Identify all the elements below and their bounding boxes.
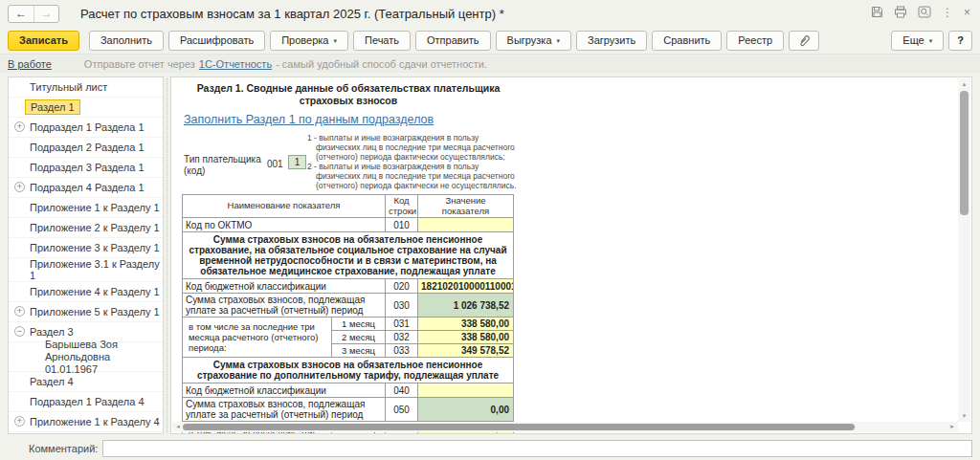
section-title: Раздел 1. Сводные данные об обязательств… — [182, 82, 515, 107]
scroll-down-icon[interactable]: ▼ — [958, 413, 970, 419]
chevron-down-icon: ▾ — [333, 36, 337, 45]
section2-header: Сумма страховых взносов на обязательное … — [183, 358, 514, 383]
tree-item-app2-s1[interactable]: Приложение 2 к Разделу 1 — [9, 218, 163, 238]
comment-label: Комментарий: — [29, 443, 98, 454]
vertical-scroll-thumb[interactable] — [960, 91, 969, 215]
fill-section1-link[interactable]: Заполнить Раздел 1 по данным подразделов — [184, 113, 434, 126]
table-row: Код бюджетной классификации 040 — [183, 383, 514, 398]
month2-value-field[interactable]: 338 580,00 — [418, 331, 514, 344]
tree-item-sub2-s1[interactable]: Подраздел 2 Раздела 1 — [9, 138, 163, 158]
collapse-icon[interactable]: − — [14, 326, 25, 337]
panel-splitter[interactable] — [164, 77, 170, 434]
tree-item-section4[interactable]: Раздел 4 — [9, 372, 163, 392]
section1-table: Наименование показателя Код строки Значе… — [182, 194, 514, 434]
status-message-before: Отправьте отчет через — [84, 58, 195, 70]
horizontal-scrollbar[interactable]: ◄ ► — [172, 422, 958, 432]
col-header-name: Наименование показателя — [183, 195, 386, 218]
tree-item-section1[interactable]: Раздел 1 — [9, 98, 163, 118]
month3-code: 033 — [386, 344, 418, 358]
tree-item-app1-s1[interactable]: Приложение 1 к Разделу 1 — [9, 198, 163, 218]
col-header-code: Код строки — [386, 195, 418, 218]
tree-item-title-page[interactable]: Титульный лист — [9, 77, 163, 98]
payer-note-2: 2 - выплаты и иные вознаграждения в поль… — [307, 162, 518, 190]
tree-item-sub4-s1[interactable]: +Подраздел 4 Раздела 1 — [9, 178, 163, 198]
save-button[interactable]: Записать — [8, 31, 79, 51]
print-icon[interactable] — [894, 6, 907, 18]
expand-icon[interactable]: + — [14, 121, 25, 132]
attachment-button[interactable] — [789, 31, 819, 51]
report-state-link[interactable]: В работе — [8, 58, 52, 70]
col-header-value: Значение показателя — [418, 195, 514, 218]
horizontal-scroll-thumb[interactable] — [183, 424, 855, 430]
forward-button[interactable]: → — [33, 6, 58, 22]
tree-item-app3-s1[interactable]: Приложение 3 к Разделу 1 — [9, 238, 163, 258]
month3-value-field[interactable]: 349 578,52 — [418, 344, 514, 358]
load-button[interactable]: Загрузить — [576, 31, 647, 51]
total1-value-field[interactable]: 1 026 738,52 — [418, 294, 514, 318]
expand-icon[interactable]: + — [14, 416, 25, 427]
table-row: Код по ОКТМО 010 — [183, 218, 514, 232]
oktmo-value-field[interactable] — [418, 218, 514, 232]
tree-item-sub1-s4[interactable]: Подраздел 1 Раздела 4 — [9, 392, 163, 412]
tree-item-app3-1-s1[interactable]: Приложение 3.1 к Разделу 1 — [9, 258, 163, 282]
month1-code: 031 — [386, 318, 418, 331]
preview-icon[interactable] — [918, 6, 931, 18]
paperclip-icon — [798, 34, 810, 47]
comment-input[interactable] — [102, 440, 972, 457]
tree-item-app5-s1[interactable]: +Приложение 5 к Разделу 1 — [9, 302, 163, 322]
payer-type-label: Тип плательщика (код) — [184, 154, 266, 177]
month2-label: 2 месяц — [332, 331, 386, 344]
table-section-row: Сумма страховых взносов на обязательное … — [183, 232, 514, 279]
vertical-scrollbar[interactable]: ▲ ▼ — [958, 78, 970, 422]
tree-item-sub3-s1[interactable]: Подраздел 3 Раздела 1 — [9, 158, 163, 178]
check-button[interactable]: Проверка▾ — [270, 31, 348, 51]
status-bar: В работе Отправьте отчет через 1С-Отчетн… — [0, 54, 980, 73]
scroll-up-icon[interactable]: ▲ — [958, 81, 970, 87]
expand-icon[interactable]: + — [14, 182, 25, 192]
send-button[interactable]: Отправить — [415, 31, 491, 51]
chevron-down-icon: ▾ — [929, 36, 933, 45]
print-button[interactable]: Печать — [353, 31, 411, 51]
menu-dots-icon[interactable]: ⋮ — [942, 7, 953, 18]
table-section-row: Сумма страховых взносов на обязательное … — [183, 358, 514, 383]
1c-reporting-link[interactable]: 1С-Отчетность — [199, 58, 272, 70]
total2-code: 050 — [386, 398, 418, 422]
tree-item-sub1-s1[interactable]: +Подраздел 1 Раздела 1 — [9, 118, 163, 138]
close-icon[interactable]: × — [964, 7, 970, 18]
window-controls: ⋮ × — [871, 6, 970, 18]
tree-item-app4-s1[interactable]: Приложение 4 к Разделу 1 — [9, 282, 163, 302]
kbk1-value-field[interactable]: 18210201000011000160 — [418, 279, 514, 294]
scroll-left-icon[interactable]: ◄ — [174, 424, 182, 429]
oktmo-label: Код по ОКТМО — [183, 218, 386, 232]
back-button[interactable]: ← — [9, 6, 33, 22]
scroll-right-icon[interactable]: ► — [948, 424, 956, 429]
month1-value-field[interactable]: 338 580,00 — [418, 318, 514, 331]
more-button[interactable]: Еще▾ — [891, 31, 944, 51]
payer-type-block: Тип плательщика (код) 001 1 1 - выплаты … — [183, 133, 971, 192]
comment-bar: Комментарий: — [0, 436, 980, 460]
payer-type-notes: 1 - выплаты и иные вознаграждения в поль… — [307, 133, 518, 190]
registry-button[interactable]: Реестр — [726, 31, 784, 51]
forward-icon: → — [41, 7, 53, 20]
table-row: в том числе за последние три месяца расч… — [183, 318, 514, 331]
export-button[interactable]: Выгрузка▾ — [496, 31, 571, 51]
fill-button[interactable]: Заполнить — [89, 31, 164, 51]
kbk2-value-field[interactable] — [418, 383, 514, 398]
compare-button[interactable]: Сравнить — [652, 31, 722, 51]
back-icon: ← — [15, 7, 27, 20]
total2-label: Сумма страховых взносов, подлежащая упла… — [183, 398, 386, 422]
section-tree: Титульный лист Раздел 1 +Подраздел 1 Раз… — [8, 77, 164, 434]
title-bar: ← → Расчет по страховым взносам за 1 ква… — [0, 0, 980, 27]
total2-value-field[interactable]: 0,00 — [418, 398, 514, 422]
payer-type-field[interactable]: 1 — [288, 155, 306, 169]
save-icon[interactable] — [871, 6, 883, 18]
section1-header: Сумма страховых взносов на обязательное … — [183, 232, 514, 279]
tree-item-employee[interactable]: Барышева Зоя Арнольдовна01.01.1967 — [9, 342, 163, 372]
kbk2-code: 040 — [386, 383, 418, 398]
decrypt-button[interactable]: Расшифровать — [168, 31, 265, 51]
kbk1-code: 020 — [386, 279, 418, 294]
help-button[interactable]: ? — [948, 31, 972, 51]
expand-icon[interactable]: + — [14, 306, 25, 317]
payer-note-1: 1 - выплаты и иные вознаграждения в поль… — [307, 133, 518, 162]
tree-item-app1-s4[interactable]: +Приложение 1 к Разделу 4 — [9, 412, 163, 432]
